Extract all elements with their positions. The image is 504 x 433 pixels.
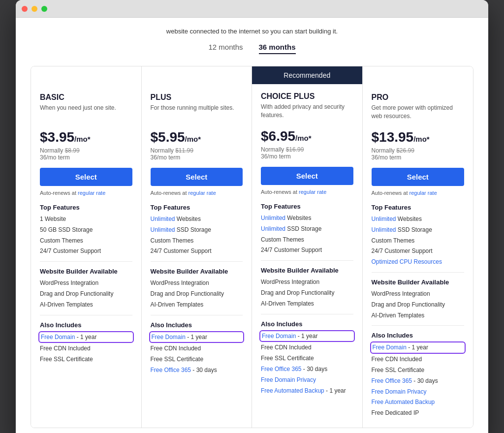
titlebar [16,0,488,18]
feature-item: Custom Themes [261,236,353,244]
feature-item: Unlimited Websites [372,215,465,223]
select-button-basic[interactable]: Select [40,168,132,186]
feature-link[interactable]: Unlimited [372,216,396,222]
section-title-2: Also Includes [40,321,132,329]
section-divider [151,261,243,262]
plan-price: $6.95/mo* [261,128,353,144]
plan-desc: For those running multiple sites. [151,104,243,124]
regular-rate-link[interactable]: regular rate [189,190,216,196]
feature-item: Drag and Drop Functionality [40,290,132,298]
feature-link[interactable]: Free Domain [41,334,75,340]
plan-normal-price: Normally $16.99 [261,146,353,153]
plan-choice-plus: RecommendedCHOICE PLUSWith added privacy… [252,66,363,428]
section-divider [40,261,132,262]
feature-item: Free Domain - 1 year [151,333,243,342]
feature-item: WordPress Integration [261,278,353,286]
feature-link[interactable]: Free Office 365 [151,367,191,373]
feature-item: 24/7 Customer Support [40,247,132,255]
section-divider [372,325,465,326]
feature-item: Free CDN Included [151,344,243,353]
regular-rate-link[interactable]: regular rate [78,190,105,196]
feature-item: Free Office 365 - 30 days [151,366,243,374]
feature-link[interactable]: Free Automated Backup [261,387,324,394]
select-button-plus[interactable]: Select [151,168,243,186]
plan-inner-plus: PLUSFor those running multiple sites.$5.… [142,85,252,385]
feature-link[interactable]: Free Domain [373,344,407,351]
minimize-button[interactable] [32,6,37,12]
feature-item: Unlimited Websites [261,214,353,222]
feature-item: 24/7 Customer Support [372,247,465,255]
feature-link[interactable]: Free Office 365 [372,377,412,384]
feature-link[interactable]: Unlimited [151,216,175,222]
plan-plus: PLUSFor those running multiple sites.$5.… [142,66,252,428]
plan-normal-price: Normally $26.99 [372,147,465,154]
plan-inner-pro: PROGet more power with optimized web res… [363,85,473,428]
feature-link[interactable]: Free Domain Privacy [372,388,427,395]
select-button-pro[interactable]: Select [372,168,465,186]
plan-inner-choice-plus: CHOICE PLUSWith added privacy and securi… [252,84,362,405]
section-title-0: Top Features [261,203,353,210]
regular-rate-link[interactable]: regular rate [410,190,437,196]
section-title-2: Also Includes [372,332,465,339]
feature-item: Free CDN Included [372,355,465,364]
feature-item: Free SSL Certificate [40,355,132,364]
plan-normal-price: Normally $11.99 [151,147,243,154]
feature-item: Free SSL Certificate [151,355,243,364]
feature-item: Drag and Drop Functionality [261,289,353,297]
feature-item: 24/7 Customer Support [261,246,353,254]
section-divider [261,314,353,314]
feature-link[interactable]: Free Domain [262,333,296,340]
feature-link[interactable]: Unlimited [372,226,396,233]
section-title-2: Also Includes [151,321,243,329]
maximize-button[interactable] [41,6,47,12]
feature-link[interactable]: Optimized CPU Resources [372,258,442,265]
feature-link[interactable]: Unlimited [261,215,285,221]
plan-basic: BASICWhen you need just one site.$3.95/m… [31,66,142,428]
plans-grid: BASICWhen you need just one site.$3.95/m… [31,66,473,428]
feature-link[interactable]: Unlimited [261,225,285,232]
tab-12months[interactable]: 12 months [208,43,243,54]
feature-link[interactable]: Free Domain [152,334,186,340]
plan-term: 36/mo term [40,154,132,161]
feature-item: Drag and Drop Functionality [372,301,465,309]
feature-item: Free Automated Backup - 1 year [261,387,353,395]
section-divider [261,260,353,261]
plan-desc: Get more power with optimized web resour… [372,104,465,124]
section-title-0: Top Features [372,204,465,211]
feature-item: 50 GB SSD Storage [40,226,132,234]
section-title-2: Also Includes [261,320,353,328]
feature-link[interactable]: Free Office 365 [261,366,302,372]
feature-item: Custom Themes [151,237,243,245]
auto-renew-text: Auto-renews at regular rate [372,190,465,196]
plan-desc: When you need just one site. [40,104,132,124]
auto-renew-text: Auto-renews at regular rate [40,190,132,196]
feature-item: Unlimited SSD Storage [151,226,243,234]
main-content: website connected to the internet so you… [16,18,488,433]
billing-tabs: 12 months 36 months [31,43,473,54]
plan-name: PLUS [151,93,243,102]
plan-price: $3.95/mo* [40,129,132,145]
auto-renew-text: Auto-renews at regular rate [151,190,243,196]
feature-item: Free Domain - 1 year [261,332,353,341]
feature-item: Free Domain Privacy [261,376,353,384]
feature-link[interactable]: Free Domain Privacy [261,376,316,383]
regular-rate-link[interactable]: regular rate [299,189,326,195]
plan-pro: PROGet more power with optimized web res… [363,66,473,428]
feature-item: AI-Driven Templates [40,301,132,309]
feature-item: Free Domain Privacy [372,388,465,396]
plan-term: 36/mo term [151,154,243,161]
feature-item: Free Automated Backup [372,398,465,406]
section-title-0: Top Features [151,204,243,211]
feature-item: WordPress Integration [40,279,132,287]
feature-item: Free SSL Certificate [261,354,353,363]
feature-item: Unlimited SSD Storage [261,225,353,233]
feature-link[interactable]: Unlimited [151,226,175,233]
close-button[interactable] [22,6,28,12]
feature-item: Free CDN Included [261,343,353,352]
feature-link[interactable]: Free Automated Backup [372,399,435,405]
select-button-choice-plus[interactable]: Select [261,167,353,185]
tab-36months[interactable]: 36 months [259,43,296,54]
feature-item: 24/7 Customer Support [151,247,243,255]
plan-name: BASIC [40,93,132,102]
plan-term: 36/mo term [372,154,465,161]
